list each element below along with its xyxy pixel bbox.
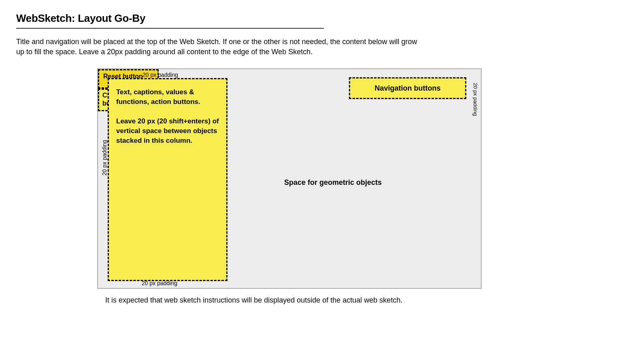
padding-annotation-left: 20 px padding	[101, 140, 108, 176]
footer-instruction-note: It is expected that web sketch instructi…	[105, 296, 486, 305]
sketch-wrapper: 20 px padding 20 px padding 20 px paddin…	[97, 68, 486, 305]
page-title: WebSketch: Layout Go-By	[16, 12, 628, 25]
left-para1: Text, captions, values & functions, acti…	[116, 87, 219, 107]
left-para2: Leave 20 px (20 shift+enters) of vertica…	[116, 116, 219, 145]
sketch-container: 20 px padding 20 px padding 20 px paddin…	[97, 68, 482, 289]
padding-annotation-right: 20 px padding	[472, 83, 478, 116]
geometric-space-label: Space for geometric objects	[284, 178, 382, 187]
intro-text: Title and navigation will be placed at t…	[16, 37, 425, 57]
padding-annotation-top: 20 px padding	[142, 72, 178, 78]
title-divider	[16, 28, 324, 29]
navigation-panel-region: Navigation buttons	[349, 77, 466, 99]
navigation-panel-label: Navigation buttons	[375, 84, 441, 93]
left-text-panel: Text, captions, values & functions, acti…	[108, 78, 227, 281]
